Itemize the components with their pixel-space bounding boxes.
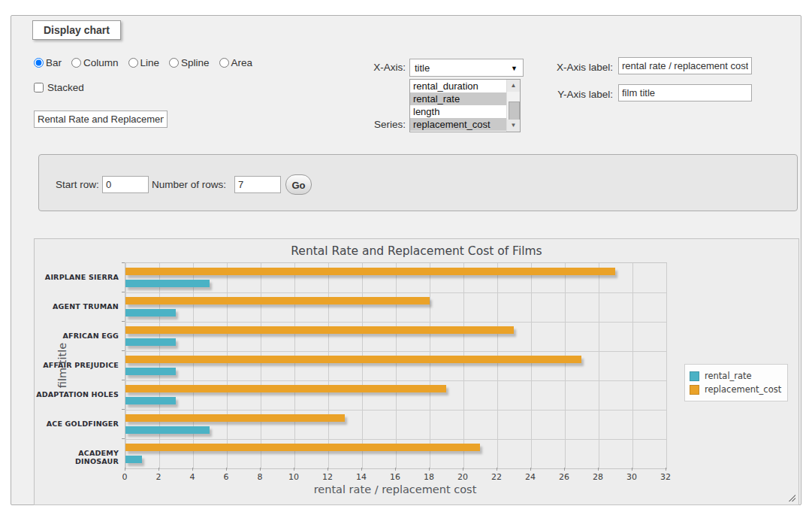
y-tick-mark — [122, 292, 125, 292]
fieldset-title: Display chart — [32, 20, 121, 40]
category-label: AIRPLANE SIERRA — [35, 273, 119, 281]
gridline — [632, 263, 633, 468]
gridline — [430, 263, 430, 468]
x-tick-label: 0 — [113, 472, 136, 482]
series-option-replacement_cost[interactable]: replacement_cost — [410, 118, 509, 131]
category-label: AGENT TRUMAN — [35, 302, 119, 311]
legend-swatch-replacement_cost — [690, 385, 699, 395]
gridline — [531, 263, 532, 468]
gridline — [125, 322, 666, 323]
chart-type-option-bar: Bar — [34, 57, 62, 68]
number-of-rows-label: Number of rows: — [152, 179, 226, 190]
x-tick-label: 24 — [519, 472, 542, 482]
x-tick-label: 4 — [181, 472, 204, 482]
scrollbar-thumb[interactable] — [509, 101, 520, 122]
y-axis-label-input[interactable] — [618, 84, 752, 101]
x-tick-mark — [632, 468, 632, 471]
x-axis-label-input[interactable] — [618, 57, 752, 74]
bar-rental_rate — [125, 368, 176, 375]
gridline — [599, 263, 599, 468]
x-tick-label: 26 — [553, 472, 575, 482]
row-range-panel: Start row: Number of rows: Go — [38, 154, 798, 211]
scroll-down-icon[interactable]: ▼ — [507, 120, 520, 132]
chart-type-radio-area[interactable] — [219, 58, 229, 68]
x-tick-label: 2 — [147, 472, 170, 482]
category-label: AFRICAN EGG — [35, 332, 119, 340]
bar-rental_rate — [125, 309, 176, 317]
chart-type-radio-column[interactable] — [71, 58, 81, 68]
x-tick-mark — [395, 468, 396, 471]
bar-rental_rate — [125, 280, 210, 287]
series-list-label: Series: — [342, 119, 406, 130]
start-row-label: Start row: — [56, 179, 99, 190]
bar-replacement_cost — [125, 297, 430, 304]
gridline — [125, 351, 666, 352]
x-tick-label: 8 — [249, 472, 271, 482]
stacked-checkbox-row: Stacked — [34, 82, 84, 93]
gridline — [497, 263, 498, 468]
category-label: ADAPTATION HOLES — [35, 390, 119, 398]
chart-type-radio-spline[interactable] — [169, 58, 179, 68]
chart-title: Rental Rate and Replacement Cost of Film… — [35, 244, 798, 258]
y-tick-mark — [122, 409, 125, 410]
legend-row: rental_rate — [690, 370, 781, 382]
x-tick-mark — [666, 468, 666, 471]
display-chart-fieldset: Display chart BarColumnLineSplineArea St… — [11, 15, 801, 505]
resize-grip-icon[interactable] — [787, 493, 795, 501]
x-tick-mark — [497, 468, 497, 471]
gridline — [565, 263, 566, 468]
gridline — [125, 439, 666, 440]
x-tick-label: 6 — [215, 472, 237, 482]
series-listbox[interactable]: ▲ ▼ rental_durationrental_ratelengthrepl… — [409, 79, 521, 132]
chart-type-radio-line[interactable] — [128, 58, 138, 68]
y-tick-mark — [122, 438, 125, 439]
start-row-input[interactable] — [102, 176, 149, 193]
chart-type-radio-label: Spline — [181, 57, 210, 68]
x-axis-select[interactable]: title ▼ — [409, 59, 524, 77]
chart-title-input[interactable] — [34, 111, 168, 128]
x-tick-mark — [226, 468, 227, 471]
x-tick-label: 12 — [316, 472, 339, 482]
x-tick-mark — [192, 468, 193, 471]
bar-rental_rate — [125, 456, 142, 463]
stacked-checkbox[interactable] — [34, 83, 44, 92]
series-option-length[interactable]: length — [410, 105, 509, 118]
chart-type-radio-bar[interactable] — [34, 58, 44, 68]
chart-type-radio-label: Column — [83, 57, 119, 68]
series-option-rental_duration[interactable]: rental_duration — [410, 80, 509, 92]
bar-rental_rate — [125, 338, 176, 346]
series-option-rental_rate[interactable]: rental_rate — [410, 92, 509, 105]
x-tick-mark — [125, 468, 125, 471]
scroll-up-icon[interactable]: ▲ — [507, 80, 520, 92]
x-tick-mark — [463, 468, 463, 471]
gridline — [125, 292, 666, 293]
x-axis-select-label: X-Axis: — [342, 62, 406, 73]
x-tick-mark — [158, 468, 159, 471]
series-list-scrollbar[interactable]: ▲ ▼ — [506, 80, 520, 132]
x-tick-label: 30 — [620, 472, 643, 482]
bar-replacement_cost — [125, 356, 581, 363]
category-label: AFFAIR PREJUDICE — [35, 361, 119, 369]
y-tick-mark — [122, 321, 125, 322]
chart-container: Rental Rate and Replacement Cost of Film… — [34, 238, 799, 505]
x-axis-label-field-label: X-Axis label: — [548, 62, 613, 73]
go-button[interactable]: Go — [285, 174, 312, 195]
bar-replacement_cost — [125, 268, 615, 275]
gridline — [159, 263, 160, 468]
x-tick-mark — [530, 468, 531, 471]
y-tick-mark — [122, 262, 125, 263]
gridline — [328, 263, 329, 468]
x-tick-mark — [429, 468, 430, 471]
plot-area — [125, 262, 667, 469]
chart-type-radio-group: BarColumnLineSplineArea — [34, 57, 259, 68]
chart-type-option-column: Column — [71, 57, 119, 68]
page: Display chart BarColumnLineSplineArea St… — [0, 0, 812, 512]
bar-replacement_cost — [125, 326, 514, 334]
number-of-rows-input[interactable] — [234, 176, 281, 193]
legend-swatch-rental_rate — [690, 371, 699, 381]
gridline — [125, 380, 666, 381]
x-tick-label: 14 — [350, 472, 373, 482]
x-tick-label: 18 — [418, 472, 440, 482]
gridline — [125, 410, 666, 411]
legend-row: replacement_cost — [690, 383, 781, 395]
